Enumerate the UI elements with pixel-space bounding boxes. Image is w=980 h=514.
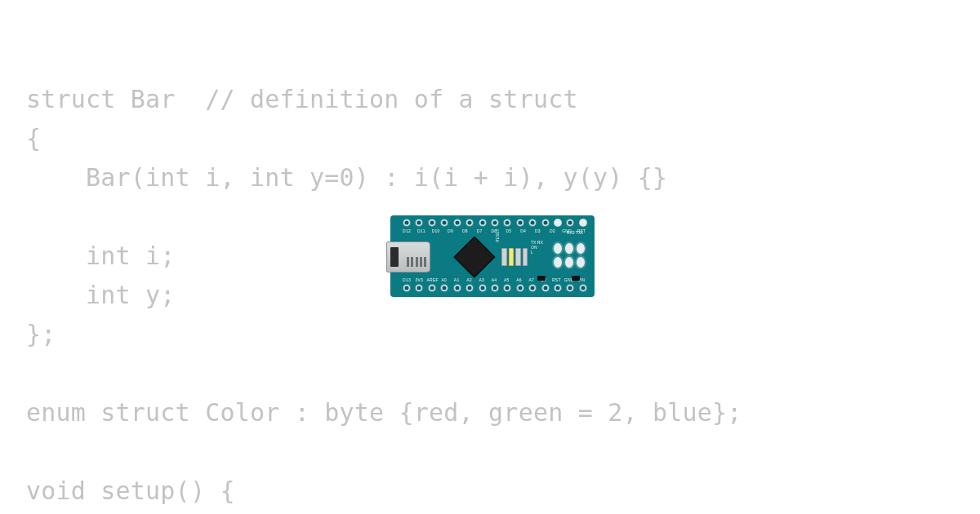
icsp-header: [554, 243, 585, 268]
pin-row-top: [403, 219, 586, 228]
arduino-nano-board[interactable]: D12D11 D10D9 D8D7 D6D5 D4D3 D2GND RST D1…: [390, 215, 595, 297]
code-snippet: struct Bar // definition of a struct { B…: [26, 80, 742, 514]
usb-mini-connector: [386, 241, 430, 273]
smd-component: [572, 276, 580, 281]
pin-labels-top: D12D11 D10D9 D8D7 D6D5 D4D3 D2GND RST: [402, 228, 586, 235]
user-led: [509, 248, 514, 266]
reset-silk-label: RESET: [495, 228, 500, 242]
pin-row-bottom: [403, 285, 586, 293]
rxtx-silk-label: RX0 TX1: [567, 230, 583, 235]
status-silk-labels: TX RX ON L: [531, 240, 543, 255]
pin-labels-bottom: D133V3 AREFA0 A1A2 A3A4 A5A6 A75V RSTGND…: [402, 277, 586, 284]
smd-component: [537, 276, 546, 281]
led-button-block: [501, 248, 528, 266]
